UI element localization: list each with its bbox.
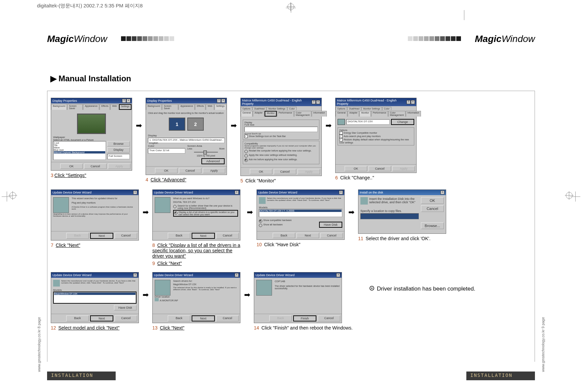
tab-screensaver[interactable]: Screen Saver: [67, 104, 83, 110]
color-select[interactable]: True Color 32 bit: [148, 148, 185, 154]
radio[interactable]: [244, 154, 248, 158]
radio[interactable]: [244, 159, 248, 162]
close-icon[interactable]: ×: [235, 190, 239, 194]
tab[interactable]: Appearance: [179, 104, 195, 110]
cancel-button[interactable]: Cancel: [115, 315, 137, 321]
apply-button[interactable]: Apply: [203, 168, 225, 173]
font-select[interactable]: [244, 127, 318, 132]
tab[interactable]: DualHead: [347, 107, 361, 110]
radio[interactable]: [244, 150, 248, 153]
models-list[interactable]: MagicWindow DT-15X: [53, 292, 137, 304]
tab[interactable]: Color: [287, 107, 297, 110]
radio[interactable]: [259, 219, 262, 223]
tab[interactable]: Performance: [371, 111, 388, 117]
browse-button[interactable]: Browse...: [421, 222, 444, 229]
back-button[interactable]: Back: [168, 233, 190, 239]
display-select[interactable]: 1. DIGITALTEK DT-15X , Matrox Millennium…: [148, 138, 225, 143]
tab[interactable]: Performance: [277, 111, 294, 117]
tab[interactable]: Information: [312, 111, 327, 117]
help-icon[interactable]: ?: [217, 99, 221, 103]
close-icon[interactable]: ×: [440, 190, 444, 194]
tab[interactable]: Monitor Settings: [361, 107, 382, 110]
ok-button[interactable]: OK: [345, 166, 367, 171]
cancel-button[interactable]: Cancel: [368, 166, 391, 171]
tab-background[interactable]: Background: [51, 104, 67, 110]
tab[interactable]: Options: [241, 107, 252, 110]
wallpaper-list[interactable]: 1 potTileWaveBlue rivetInternet Explorer…: [53, 141, 106, 160]
tab[interactable]: DualHead: [253, 107, 266, 110]
monitor-2[interactable]: 2: [187, 118, 204, 131]
have-disk-button[interactable]: Have Disk: [319, 222, 342, 228]
next-button[interactable]: Next: [192, 315, 215, 321]
display-mode[interactable]: Full Screen: [107, 154, 130, 159]
change-button[interactable]: Change: [391, 119, 414, 125]
tab-monitor[interactable]: Monitor: [359, 111, 371, 117]
have-disk-button[interactable]: Have Disk: [114, 305, 137, 310]
tab-settings[interactable]: Settings: [215, 104, 226, 110]
next-button[interactable]: Next: [192, 233, 215, 239]
browse-button[interactable]: Browse: [107, 141, 130, 146]
close-icon[interactable]: ×: [133, 190, 137, 194]
ok-button[interactable]: OK: [421, 197, 444, 204]
close-icon[interactable]: ×: [133, 273, 137, 277]
tab-monitor[interactable]: Monitor: [265, 111, 276, 117]
cancel-button[interactable]: Cancel: [320, 233, 343, 238]
cancel-button[interactable]: Cancel: [84, 164, 107, 169]
back-button[interactable]: Back: [168, 315, 190, 321]
tab[interactable]: Options: [336, 107, 347, 110]
tab[interactable]: Monitor Settings: [267, 107, 287, 110]
tab[interactable]: Adapter: [253, 111, 265, 117]
cancel-button[interactable]: Cancel: [274, 169, 296, 174]
cancel-button[interactable]: Cancel: [179, 168, 201, 173]
close-icon[interactable]: ×: [411, 100, 415, 104]
models-list[interactable]: DIGITALTEK DT-15X [ 7- 4-2000]: [259, 209, 342, 217]
display-button[interactable]: Display: [107, 147, 130, 153]
radio[interactable]: [259, 224, 262, 227]
tab-web[interactable]: Web: [110, 104, 118, 110]
next-button[interactable]: Next: [297, 233, 319, 238]
tab[interactable]: Background: [146, 104, 162, 110]
close-icon[interactable]: ×: [221, 99, 225, 103]
checkbox[interactable]: [339, 135, 343, 138]
finish-button[interactable]: Finish: [293, 315, 316, 321]
close-icon[interactable]: ×: [235, 273, 239, 277]
tab[interactable]: Effects: [195, 104, 205, 110]
close-icon[interactable]: ×: [316, 100, 320, 104]
path-input[interactable]: [360, 213, 419, 219]
cancel-button[interactable]: Cancel: [216, 233, 239, 239]
next-button[interactable]: Next: [90, 315, 113, 321]
tab[interactable]: Screen Saver: [162, 104, 178, 110]
tab[interactable]: Color Management: [388, 111, 405, 117]
help-icon[interactable]: ?: [406, 100, 411, 104]
close-icon[interactable]: ×: [336, 273, 340, 277]
tab-effects[interactable]: Effects: [100, 104, 110, 110]
cancel-button[interactable]: Cancel: [421, 205, 444, 212]
checkbox[interactable]: [244, 135, 248, 138]
next-button[interactable]: Next: [90, 233, 113, 239]
tab[interactable]: Web: [206, 104, 214, 110]
resolution-slider[interactable]: [194, 152, 218, 153]
tab-appearance[interactable]: Appearance: [83, 104, 99, 110]
monitor-1[interactable]: 1: [169, 118, 185, 131]
radio-recommended[interactable]: [173, 205, 177, 208]
cancel-button[interactable]: Cancel: [318, 315, 340, 321]
cancel-button[interactable]: Cancel: [115, 233, 137, 239]
tab[interactable]: Information: [406, 111, 421, 117]
cancel-button[interactable]: Cancel: [216, 315, 239, 321]
ok-button[interactable]: OK: [155, 168, 178, 173]
tab[interactable]: General: [336, 111, 347, 117]
tab[interactable]: Color: [382, 107, 391, 110]
close-icon[interactable]: ×: [339, 190, 343, 194]
tab[interactable]: Adapter: [348, 111, 359, 117]
tab-settings[interactable]: Settings: [119, 104, 131, 110]
help-icon[interactable]: ?: [312, 100, 316, 104]
checkbox[interactable]: [339, 131, 343, 135]
advanced-button[interactable]: Advanced: [201, 158, 225, 164]
ok-button[interactable]: OK: [60, 164, 83, 169]
back-button[interactable]: Back: [273, 233, 295, 238]
checkbox[interactable]: [339, 138, 343, 141]
back-button[interactable]: Back: [66, 315, 89, 321]
close-icon[interactable]: ×: [126, 99, 130, 103]
radio-display-list[interactable]: [174, 211, 178, 215]
tab[interactable]: Color Management: [294, 111, 311, 117]
